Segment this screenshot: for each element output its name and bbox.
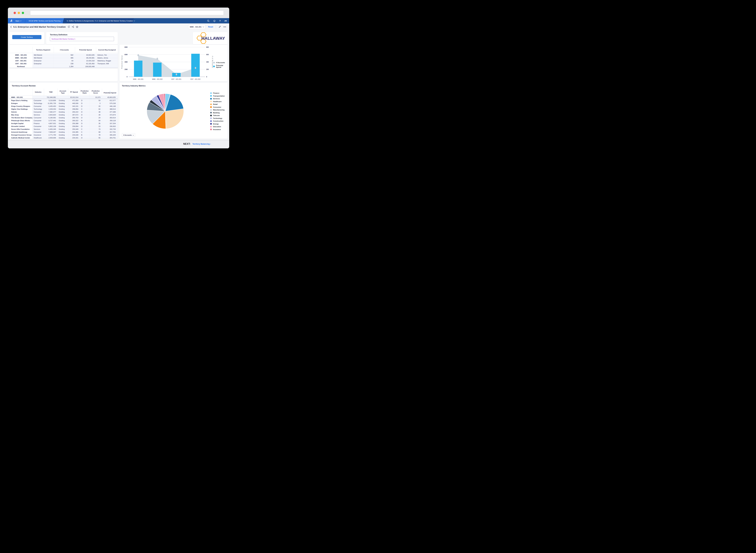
anaplan-logo-icon[interactable] — [10, 18, 13, 23]
cell[interactable]: Existing — [58, 116, 68, 119]
cell[interactable]: Mid Market — [32, 57, 54, 59]
legend-item-spend[interactable]: Potential Spend — [213, 65, 227, 68]
column-header[interactable]: Current Rep Assigned — [96, 47, 118, 53]
cell[interactable]: 39 — [89, 113, 102, 116]
column-header[interactable]: Account Type — [58, 89, 68, 95]
cell[interactable]: ENT - S01.002 — [9, 62, 32, 65]
cell[interactable]: Arclight Capital — [9, 122, 32, 125]
cell[interactable]: D — [80, 105, 89, 107]
measure-dropdown[interactable]: # Accounts — [122, 133, 135, 137]
cell[interactable]: Existing — [58, 125, 68, 128]
table-row[interactable]: Armored AutoGroupConsumer7,838,407Existi… — [9, 131, 118, 134]
cell[interactable]: D — [80, 110, 89, 113]
cell[interactable]: MMK - S01.001 — [9, 54, 32, 56]
cell[interactable]: 43,663,025 — [102, 96, 118, 99]
cell[interactable]: Consumer — [32, 105, 44, 107]
cell[interactable]: The Boston Beer Company — [9, 116, 32, 119]
pie-legend-item[interactable]: Consumer — [210, 106, 225, 108]
table-row[interactable]: MMK - S01.002Mid Market48638,230,681Adam… — [9, 57, 118, 59]
cell[interactable]: 269,322 — [68, 119, 80, 122]
cell[interactable]: Aircastle Limited — [9, 125, 32, 128]
table-row[interactable]: Pittsburgh Glass WorksConsumer3,727,441E… — [9, 119, 118, 122]
column-header[interactable] — [9, 47, 32, 53]
table-row[interactable]: ENT - S01.002Enterprise23862,155,450Thom… — [9, 62, 118, 65]
cell[interactable]: Consumer — [32, 119, 44, 122]
cell[interactable]: 5,116,806 — [44, 99, 58, 102]
refresh-icon[interactable] — [68, 26, 70, 28]
cell[interactable]: Enterprise — [32, 59, 54, 62]
cell[interactable]: Existing — [58, 119, 68, 122]
cell[interactable]: 377,289 — [102, 110, 118, 113]
favorite-star-icon[interactable] — [76, 26, 78, 28]
table-row[interactable]: Kings Country ShoppesConsumer3,435,453Ex… — [9, 105, 118, 107]
cell[interactable]: Catholic Medical Center — [9, 137, 32, 139]
cell[interactable]: 244,385 — [68, 131, 80, 134]
cell[interactable]: 235,638 — [68, 134, 80, 136]
create-territory-button[interactable]: Create Territory — [12, 35, 42, 39]
pie-legend-item[interactable]: Technology — [210, 117, 225, 119]
next-page-link[interactable]: Territory Balancing › — [193, 143, 211, 145]
cell[interactable]: 20 — [89, 105, 102, 107]
cell[interactable]: 23 — [89, 125, 102, 128]
cell[interactable]: Gilmore, Tim — [96, 54, 118, 56]
cell[interactable]: D — [80, 113, 89, 116]
cell[interactable]: 2,843,820 — [44, 113, 58, 116]
cell[interactable]: 5,802,108 — [44, 125, 58, 128]
cell[interactable]: 59 — [89, 99, 102, 102]
cell[interactable]: D — [80, 102, 89, 105]
cell[interactable]: Pittsburgh Glass Works — [9, 119, 32, 122]
cell[interactable]: 68 — [89, 131, 102, 134]
cell[interactable]: Papa Gino's Holding — [9, 99, 32, 102]
cell[interactable]: 290,222 — [68, 110, 80, 113]
column-header[interactable]: Industry — [32, 89, 44, 95]
cell[interactable]: Higher One Holdings — [9, 108, 32, 110]
reset-button[interactable]: Reset — [208, 26, 213, 28]
cell[interactable]: C — [80, 128, 89, 131]
cell[interactable]: C — [80, 131, 89, 134]
pie-legend-item[interactable]: Construction — [210, 120, 225, 122]
pie-legend-item[interactable]: Finance — [210, 92, 225, 94]
cell[interactable]: 304,761 — [102, 137, 118, 139]
cell[interactable]: 3,727,441 — [44, 119, 58, 122]
pie-legend-item[interactable]: Services — [210, 98, 225, 99]
cell[interactable]: D — [80, 116, 89, 119]
cell[interactable] — [58, 96, 68, 99]
cell[interactable]: D — [80, 137, 89, 139]
cell[interactable]: 446,148 — [102, 105, 118, 107]
cell[interactable]: Adams, Jenna — [96, 57, 118, 59]
cell[interactable]: 73 — [89, 128, 102, 131]
pie-legend-item[interactable]: Manufacturing — [210, 109, 225, 111]
cell[interactable]: 35 — [89, 122, 102, 125]
pie-legend-item[interactable]: Telecom — [210, 114, 225, 116]
cell[interactable]: Technology — [32, 108, 44, 110]
cell[interactable] — [80, 96, 89, 99]
cell[interactable]: 287,672 — [68, 113, 80, 116]
cell[interactable]: 582 — [54, 54, 75, 56]
table-row[interactable]: Northeast1,394199,500,448 — [9, 65, 118, 68]
pie-legend-item[interactable]: Insurance — [210, 129, 225, 131]
column-header[interactable] — [9, 89, 32, 95]
tab-model[interactable]: HC18 SPM: Territory and Quota Planning — [29, 18, 62, 23]
cell[interactable]: D — [80, 122, 89, 125]
cell[interactable]: 1,394 — [54, 65, 75, 68]
table-row[interactable]: Donegal Insurance GroupInsurance2,771,70… — [9, 134, 118, 136]
cell[interactable]: Insurance — [32, 134, 44, 136]
cell[interactable]: 199,500,448 — [75, 65, 96, 68]
cell[interactable]: 234,431 — [68, 137, 80, 139]
table-row[interactable]: Higher One HoldingsTechnology1,539,253Ex… — [9, 108, 118, 110]
cell[interactable]: 64 — [54, 59, 75, 62]
cell[interactable]: Consumer — [32, 116, 44, 119]
cell[interactable]: ENT - S01.001 — [9, 59, 32, 62]
cell[interactable]: Consumer — [32, 110, 44, 113]
cell[interactable]: Entegee — [9, 102, 32, 105]
cell[interactable]: 332,733 — [102, 128, 118, 131]
cell[interactable]: 486 — [54, 57, 75, 59]
cell[interactable]: Existing — [58, 110, 68, 113]
table-row[interactable]: HolcimConsumer7,382,477Existing290,222D3… — [9, 110, 118, 113]
cell[interactable]: 3 — [89, 102, 102, 105]
tab-active-page[interactable]: 5. Define Territories & Assignments / 5.… — [67, 18, 135, 23]
table-row[interactable]: MMK - S01.001701,946,08132,911,51431,573… — [9, 96, 118, 99]
cell[interactable]: Armored AutoGroup — [9, 131, 32, 134]
cell[interactable]: Existing — [58, 113, 68, 116]
cell[interactable]: Existing — [58, 137, 68, 139]
